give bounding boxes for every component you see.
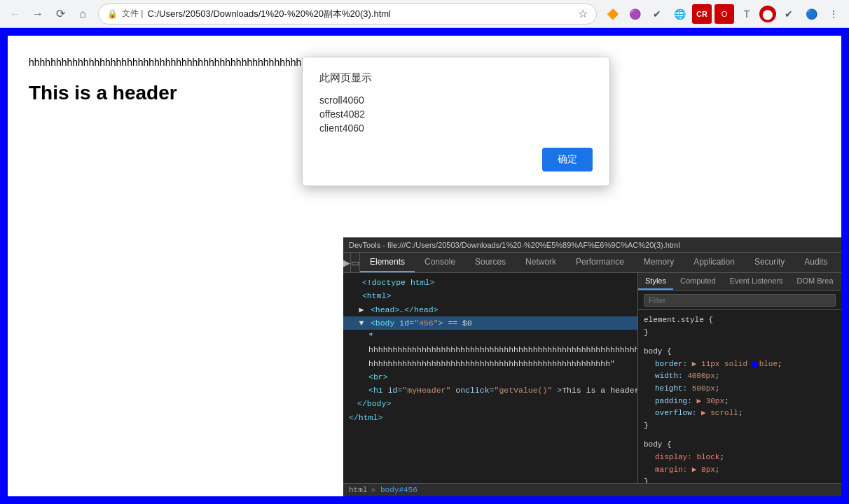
elem-br[interactable]: <br> — [343, 370, 637, 384]
styles-tab-styles[interactable]: Styles — [638, 273, 673, 290]
breadcrumb-body[interactable]: body#456 — [380, 486, 417, 494]
alert-confirm-button[interactable]: 确定 — [542, 148, 593, 172]
tab-performance[interactable]: Performance — [566, 253, 634, 272]
address-bar[interactable]: 🔒 文件 | C:/Users/20503/Downloads/1%20-%20… — [98, 4, 597, 24]
alert-line-3: client4060 — [319, 122, 593, 134]
tab-network[interactable]: Network — [516, 253, 566, 272]
alert-dialog: 此网页显示 scroll4060 offest4082 client4060 确… — [302, 57, 610, 186]
tab-sources[interactable]: Sources — [465, 253, 516, 272]
style-prop-overflow: overflow: ▶ scroll; — [644, 407, 836, 420]
back-button[interactable]: ← — [6, 4, 25, 24]
alert-line-1: scroll4060 — [319, 94, 593, 106]
elem-text-h2[interactable]: hhhhhhhhhhhhhhhhhhhhhhhhhhhhhhhhhhhhhhhh… — [343, 357, 637, 370]
extension-icon-6[interactable]: O — [715, 4, 734, 24]
style-rule-element: element.style { } — [638, 313, 841, 340]
style-rule-body1: body { border: ▶ 11px solid blue; width:… — [638, 344, 841, 433]
styles-tab-computed[interactable]: Computed — [673, 273, 723, 290]
tab-memory[interactable]: Memory — [634, 253, 684, 272]
extension-icon-7[interactable]: T — [737, 4, 757, 24]
extension-icon-9[interactable]: ✔ — [779, 4, 799, 24]
elem-body-close[interactable]: </body> — [343, 397, 637, 410]
menu-button[interactable]: ⋮ — [824, 4, 843, 24]
triangle-icon — [349, 276, 357, 288]
devtools-titlebar: DevTools - file:///C:/Users/20503/Downlo… — [343, 238, 841, 253]
elem-html[interactable]: <html> — [343, 289, 637, 302]
extension-icon-1[interactable]: 🔶 — [602, 4, 622, 24]
elem-body[interactable]: ▼ <body id="456"> == $0 — [343, 316, 637, 330]
triangle-icon: ▼ — [357, 317, 366, 329]
devtools-tabs: ▶ ▭ Elements Console Sources Network Per… — [343, 253, 841, 273]
breadcrumb-separator: ► — [371, 486, 376, 494]
styles-content: element.style { } body { border: ▶ 11px … — [638, 310, 841, 483]
styles-filter-input[interactable] — [644, 294, 836, 307]
style-prop-border: border: ▶ 11px solid blue; — [644, 358, 836, 371]
home-button[interactable]: ⌂ — [73, 4, 92, 24]
triangle-icon — [349, 290, 357, 302]
style-prop-margin: margin: ▶ 8px; — [644, 464, 836, 477]
alert-line-2: offest4082 — [319, 108, 593, 120]
elem-doctype[interactable]: <!doctype html> — [343, 276, 637, 289]
tab-application[interactable]: Application — [684, 253, 745, 272]
styles-tab-dom-brea[interactable]: DOM Brea — [790, 273, 841, 290]
extension-icon-5[interactable]: CR — [692, 4, 712, 24]
breadcrumb-html[interactable]: html — [349, 486, 367, 494]
devtools-body: <!doctype html> <html> ▶ <head>…</head> … — [343, 273, 841, 483]
devtools-bottom-bar: html ► body#456 — [343, 483, 841, 496]
tab-elements[interactable]: Elements — [360, 253, 415, 272]
browser-page: hhhhhhhhhhhhhhhhhhhhhhhhhhhhhhhhhhhhhhhh… — [0, 28, 849, 504]
forward-button[interactable]: → — [28, 4, 48, 24]
styles-tabs: Styles Computed Event Listeners DOM Brea — [638, 273, 841, 290]
style-prop-height: height: 500px; — [644, 383, 836, 396]
browser-chrome: ← → ⟳ ⌂ 🔒 文件 | C:/Users/20503/Downloads/… — [0, 0, 849, 28]
styles-panel: Styles Computed Event Listeners DOM Brea… — [638, 273, 841, 483]
tab-editth[interactable]: EditTh — [838, 253, 849, 272]
devtools-icon-mobile[interactable]: ▭ — [351, 253, 360, 272]
devtools-icon-cursor[interactable]: ▶ — [343, 253, 351, 272]
style-prop-width: width: 4000px; — [644, 370, 836, 383]
styles-tab-event-listeners[interactable]: Event Listeners — [723, 273, 790, 290]
triangle-icon: ▶ — [357, 304, 366, 316]
style-prop-padding: padding: ▶ 30px; — [644, 396, 836, 408]
extension-icon-8[interactable]: ⬤ — [759, 6, 776, 22]
toolbar-icons: 🔶 🟣 ✔ 🌐 CR O T ⬤ ✔ 🔵 ⋮ — [602, 4, 843, 24]
extension-icon-4[interactable]: 🌐 — [670, 4, 689, 24]
alert-btn-row: 确定 — [319, 148, 593, 172]
extension-icon-3[interactable]: ✔ — [647, 4, 667, 24]
elements-panel: <!doctype html> <html> ▶ <head>…</head> … — [343, 273, 638, 483]
tab-audits[interactable]: Audits — [794, 253, 837, 272]
bookmark-icon[interactable]: ☆ — [578, 7, 588, 20]
devtools-panel: DevTools - file:///C:/Users/20503/Downlo… — [343, 237, 841, 496]
elem-text-h[interactable]: hhhhhhhhhhhhhhhhhhhhhhhhhhhhhhhhhhhhhhhh… — [343, 343, 637, 356]
alert-title: 此网页显示 — [319, 71, 593, 85]
nav-buttons: ← → ⟳ ⌂ — [6, 4, 92, 24]
style-prop-display: display: block; — [644, 451, 836, 464]
extension-icon-2[interactable]: 🟣 — [625, 4, 644, 24]
styles-filter — [638, 290, 841, 310]
elem-h1[interactable]: <h1 id="myHeader" onclick="getValue()" >… — [343, 384, 637, 397]
address-text: C:/Users/20503/Downloads/1%20-%20%20副本%2… — [147, 8, 574, 20]
reload-button[interactable]: ⟳ — [50, 4, 70, 24]
color-swatch-blue — [752, 361, 758, 367]
tab-console[interactable]: Console — [415, 253, 465, 272]
style-rule-body2: body { display: block; margin: ▶ 8px; } — [638, 438, 841, 483]
file-label: 文件 | — [122, 8, 143, 20]
elem-html-close[interactable]: </html> — [343, 411, 637, 424]
tab-security[interactable]: Security — [745, 253, 794, 272]
lock-icon: 🔒 — [107, 9, 118, 19]
elem-text-quote[interactable]: " — [343, 330, 637, 343]
extension-icon-10[interactable]: 🔵 — [801, 4, 821, 24]
elem-head[interactable]: ▶ <head>…</head> — [343, 303, 637, 316]
